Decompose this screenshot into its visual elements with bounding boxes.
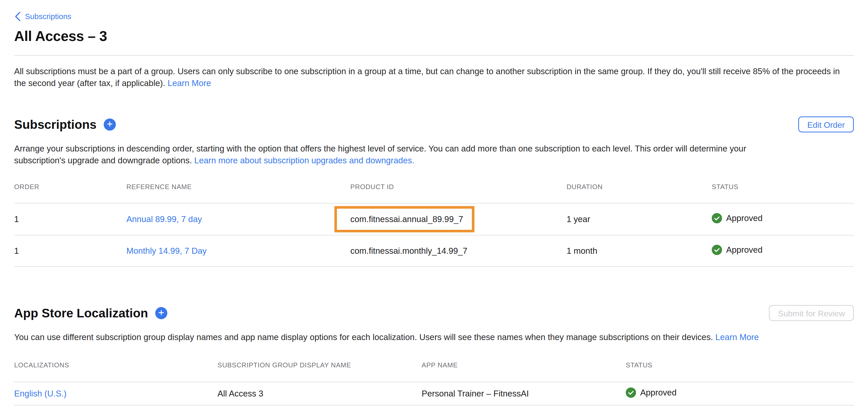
status-label: Approved	[726, 245, 763, 255]
edit-order-button[interactable]: Edit Order	[798, 116, 854, 133]
duration-cell: 1 month	[566, 246, 712, 256]
column-header-order: ORDER	[14, 183, 126, 191]
column-header-status: STATUS	[712, 183, 854, 191]
status-cell: Approved	[712, 213, 854, 225]
table-row: 1 Monthly 14.99, 7 Day com.fitnessai.mon…	[14, 235, 854, 267]
localization-heading: App Store Localization	[14, 306, 148, 320]
approved-check-icon	[712, 245, 722, 255]
localization-table: LOCALIZATIONS SUBSCRIPTION GROUP DISPLAY…	[14, 361, 854, 405]
back-chevron-icon[interactable]	[14, 11, 21, 22]
title-divider	[14, 55, 854, 56]
status-cell: Approved	[626, 387, 854, 400]
intro-text: All subscriptions must be a part of a gr…	[14, 66, 840, 88]
localization-learn-more-link[interactable]: Learn More	[715, 332, 759, 342]
add-subscription-button[interactable]	[104, 118, 116, 130]
duration-cell: 1 year	[566, 214, 712, 224]
order-cell: 1	[14, 214, 126, 224]
localization-table-header: LOCALIZATIONS SUBSCRIPTION GROUP DISPLAY…	[14, 361, 854, 382]
reference-name-link[interactable]: Monthly 14.99, 7 Day	[126, 246, 207, 256]
status-badge: Approved	[712, 245, 763, 255]
table-row: 1 Annual 89.99, 7 day com.fitnessai.annu…	[14, 203, 854, 235]
localization-link[interactable]: English (U.S.)	[14, 389, 67, 398]
product-id-cell: com.fitnessai.annual_89.99_7	[350, 206, 566, 232]
status-label: Approved	[640, 388, 677, 398]
column-header-localizations: LOCALIZATIONS	[14, 361, 218, 369]
column-header-display-name: SUBSCRIPTION GROUP DISPLAY NAME	[218, 361, 422, 369]
localization-section-header: App Store Localization Submit for Review	[14, 305, 854, 321]
subscription-group-page: Subscriptions All Access – 3 All subscri…	[0, 11, 868, 405]
status-cell: Approved	[712, 245, 854, 257]
approved-check-icon	[626, 387, 636, 398]
column-header-status: STATUS	[626, 361, 854, 369]
page-title: All Access – 3	[14, 28, 854, 44]
reference-name-cell: Monthly 14.99, 7 Day	[126, 246, 350, 256]
product-id-cell: com.fitnessai.monthly_14.99_7	[350, 246, 566, 256]
status-label: Approved	[726, 213, 763, 223]
localization-description: You can use different subscription group…	[14, 331, 849, 343]
reference-name-link[interactable]: Annual 89.99, 7 day	[126, 214, 202, 224]
reference-name-cell: Annual 89.99, 7 day	[126, 214, 350, 224]
plus-icon	[158, 309, 165, 317]
subscriptions-table: ORDER REFERENCE NAME PRODUCT ID DURATION…	[14, 183, 854, 267]
approved-check-icon	[712, 213, 722, 223]
subscriptions-section-header: Subscriptions Edit Order	[14, 116, 854, 133]
localization-description-text: You can use different subscription group…	[14, 332, 715, 342]
upgrades-downgrades-link[interactable]: Learn more about subscription upgrades a…	[194, 155, 414, 165]
column-header-app-name: APP NAME	[422, 361, 626, 369]
column-header-product-id: PRODUCT ID	[350, 183, 566, 191]
product-id-value: com.fitnessai.annual_89.99_7	[350, 214, 463, 224]
order-cell: 1	[14, 246, 126, 256]
localization-cell: English (U.S.)	[14, 389, 218, 399]
app-name-cell: Personal Trainer – FitnessAI	[422, 389, 626, 399]
add-localization-button[interactable]	[155, 307, 167, 319]
group-intro-text: All subscriptions must be a part of a gr…	[14, 65, 849, 89]
plus-icon	[106, 121, 113, 128]
subscriptions-heading: Subscriptions	[14, 117, 96, 132]
subscriptions-description: Arrange your subscriptions in descending…	[14, 143, 784, 167]
status-badge: Approved	[712, 213, 763, 223]
column-header-duration: DURATION	[566, 183, 712, 191]
subscriptions-table-header: ORDER REFERENCE NAME PRODUCT ID DURATION…	[14, 183, 854, 203]
breadcrumb-subscriptions-link[interactable]: Subscriptions	[25, 12, 71, 21]
column-header-reference-name: REFERENCE NAME	[126, 183, 350, 191]
table-row: English (U.S.) All Access 3 Personal Tra…	[14, 382, 854, 405]
submit-for-review-button[interactable]: Submit for Review	[769, 305, 854, 321]
display-name-cell: All Access 3	[218, 389, 422, 399]
breadcrumb: Subscriptions	[14, 11, 854, 22]
product-id-highlight-box: com.fitnessai.annual_89.99_7	[334, 206, 474, 232]
status-badge: Approved	[626, 387, 677, 398]
intro-learn-more-link[interactable]: Learn More	[167, 78, 211, 88]
